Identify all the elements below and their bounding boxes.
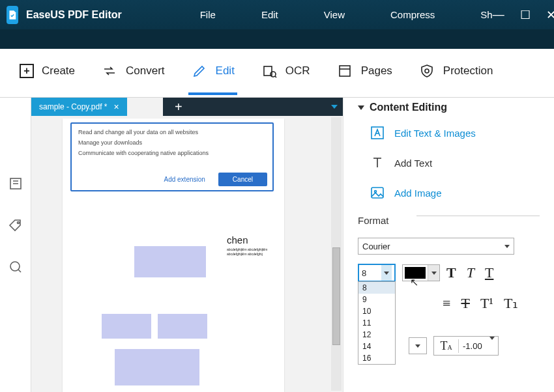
window-minimize-icon[interactable]: — bbox=[493, 8, 504, 22]
menu-edit[interactable]: Edit bbox=[261, 9, 278, 20]
size-option-14[interactable]: 14 bbox=[358, 341, 395, 352]
toolbar-convert[interactable]: Convert bbox=[101, 63, 165, 83]
search-icon[interactable] bbox=[8, 259, 23, 275]
chevron-down-icon bbox=[504, 245, 510, 248]
svg-point-3 bbox=[425, 69, 429, 73]
color-swatch bbox=[405, 267, 426, 279]
font-color-select[interactable] bbox=[402, 264, 440, 281]
tiny-text: abcdefghijklm abcdefghijklm abcdefghijkl… bbox=[227, 247, 284, 256]
superscript-button[interactable]: T¹ bbox=[480, 295, 493, 312]
new-tab-button[interactable]: + bbox=[175, 100, 182, 115]
menu-compress[interactable]: Compress bbox=[390, 9, 435, 20]
svg-rect-8 bbox=[372, 188, 383, 198]
collapse-icon bbox=[358, 105, 364, 110]
main-menu: File Edit View Compress Sh bbox=[200, 9, 493, 20]
tab-close-icon[interactable]: × bbox=[114, 102, 119, 112]
size-option-12[interactable]: 12 bbox=[358, 329, 395, 341]
toolbar-create[interactable]: + Create bbox=[20, 64, 75, 82]
document-tab[interactable]: sample - Copy.pdf * × bbox=[31, 98, 127, 116]
subscript-button[interactable]: T₁ bbox=[504, 295, 518, 312]
tab-name: sample - Copy.pdf * bbox=[39, 102, 108, 111]
svg-rect-2 bbox=[340, 66, 350, 76]
font-size-select[interactable]: 8 bbox=[358, 264, 396, 282]
svg-point-5 bbox=[17, 222, 19, 224]
add-image-option[interactable]: Add Image bbox=[370, 185, 540, 201]
chevron-down-icon bbox=[486, 340, 498, 352]
right-panel: Content Editing Edit Text & Images Add T… bbox=[343, 98, 554, 392]
bold-button[interactable]: T bbox=[446, 264, 456, 281]
size-option-9[interactable]: 9 bbox=[358, 294, 395, 305]
thumbnails-icon[interactable] bbox=[8, 176, 23, 191]
size-option-16[interactable]: 16 bbox=[358, 352, 395, 364]
chevron-down-icon bbox=[381, 265, 392, 281]
title-bar: EaseUS PDF Editor File Edit View Compres… bbox=[0, 0, 554, 29]
char-spacing-control[interactable]: TA -1.00 bbox=[433, 336, 499, 356]
text-chen: chen bbox=[227, 234, 248, 245]
toolbar-protection[interactable]: Protection bbox=[418, 63, 493, 83]
ocr-icon bbox=[261, 63, 278, 79]
selection-box-3 bbox=[158, 314, 207, 339]
toolbar-pages[interactable]: Pages bbox=[336, 63, 392, 83]
selection-box-4 bbox=[115, 349, 199, 385]
size-option-8[interactable]: 8 bbox=[358, 282, 395, 294]
font-size-dropdown[interactable]: 8 9 10 11 12 14 16 bbox=[358, 281, 396, 365]
pencil-icon bbox=[191, 63, 208, 79]
menu-file[interactable]: File bbox=[200, 9, 216, 20]
convert-icon bbox=[101, 63, 118, 79]
left-tool-rail bbox=[0, 98, 31, 392]
selection-box-1 bbox=[134, 246, 206, 277]
font-family-select[interactable]: Courier bbox=[358, 238, 514, 255]
page-viewport[interactable]: Read and change all your data on all web… bbox=[31, 116, 343, 392]
format-label: Format bbox=[358, 215, 540, 226]
tag-icon[interactable] bbox=[8, 217, 23, 233]
plus-icon: + bbox=[20, 64, 34, 78]
underline-button[interactable]: T bbox=[485, 264, 493, 281]
toolbar-edit[interactable]: Edit bbox=[191, 63, 235, 83]
spacing-presets-dropdown[interactable] bbox=[409, 337, 427, 354]
extension-popup: Read and change all your data on all web… bbox=[70, 122, 274, 191]
size-option-11[interactable]: 11 bbox=[358, 317, 395, 329]
selection-box-2 bbox=[102, 314, 151, 339]
spacing-icon: TA bbox=[434, 339, 459, 353]
format-divider bbox=[416, 216, 540, 216]
italic-button[interactable]: T bbox=[467, 264, 474, 281]
svg-point-6 bbox=[10, 262, 20, 271]
menu-share[interactable]: Sh bbox=[480, 9, 492, 20]
pdf-page: Read and change all your data on all web… bbox=[63, 119, 284, 392]
add-extension-button[interactable]: Add extension bbox=[157, 173, 211, 186]
size-option-10[interactable]: 10 bbox=[358, 305, 395, 317]
app-title: EaseUS PDF Editor bbox=[26, 9, 122, 21]
pages-icon bbox=[336, 63, 353, 79]
menu-view[interactable]: View bbox=[324, 9, 345, 20]
tab-bar-rest: + bbox=[163, 98, 343, 116]
shield-icon bbox=[418, 63, 435, 79]
dark-strip bbox=[0, 29, 554, 49]
tab-dropdown-icon[interactable] bbox=[331, 105, 338, 109]
document-area: sample - Copy.pdf * × + Read and change … bbox=[31, 98, 343, 392]
strikethrough-button[interactable]: T bbox=[461, 295, 469, 312]
toolbar-ocr[interactable]: OCR bbox=[261, 63, 310, 83]
window-close-icon[interactable]: ✕ bbox=[546, 8, 554, 22]
panel-header[interactable]: Content Editing bbox=[358, 102, 540, 113]
cancel-button[interactable]: Cancel bbox=[218, 173, 267, 186]
app-logo-icon bbox=[7, 6, 18, 24]
chevron-down-icon bbox=[428, 265, 439, 281]
align-button-1[interactable]: ≡ bbox=[443, 295, 450, 312]
edit-text-images-option[interactable]: Edit Text & Images bbox=[370, 125, 540, 141]
window-maximize-icon[interactable]: ☐ bbox=[520, 8, 531, 22]
add-text-option[interactable]: Add Text bbox=[370, 155, 540, 171]
toolbar: + Create Convert Edit OCR Pages Protecti… bbox=[0, 49, 554, 98]
